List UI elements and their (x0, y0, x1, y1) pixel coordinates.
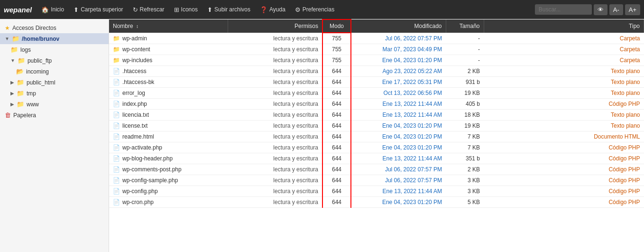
file-size-14: 3 KB (446, 186, 484, 197)
sidebar-item-home-brunov[interactable]: ▼ 📁 /home/brunov (0, 33, 109, 44)
file-date-7: Ene 13, 2022 11:44 AM (351, 110, 446, 121)
table-row[interactable]: 📄 wp-cron.php lectura y escritura 644 En… (109, 197, 644, 208)
table-row[interactable]: 📄 readme.html lectura y escritura 644 En… (109, 131, 644, 142)
sidebar-accesos-label: Accesos Directos (12, 25, 56, 31)
file-date-6: Ene 13, 2022 11:44 AM (351, 99, 446, 110)
file-perms-10: lectura y escritura (228, 142, 322, 153)
table-row[interactable]: 📁 wp-content lectura y escritura 755 Mar… (109, 44, 644, 55)
sidebar-item-tmp[interactable]: ▶ 📁 tmp (0, 88, 109, 99)
sidebar-item-papelera[interactable]: 🗑 Papelera (0, 110, 109, 121)
toolbar-iconos[interactable]: ⊞ Iconos (170, 4, 202, 15)
file-date-1: Mar 07, 2023 04:49 PM (351, 44, 446, 55)
file-size-13: 3 KB (446, 175, 484, 186)
col-header-permisos[interactable]: Permisos (228, 19, 322, 33)
file-perms-13: lectura y escritura (228, 175, 322, 186)
arrow-right-icon-www: ▶ (10, 102, 14, 107)
file-name: wp-includes (122, 57, 152, 64)
sidebar-item-public-html[interactable]: ▶ 📁 public_html (0, 77, 109, 88)
table-row[interactable]: 📄 wp-config.php lectura y escritura 644 … (109, 186, 644, 197)
file-name-cell-14[interactable]: 📄 wp-config.php (109, 186, 228, 197)
home-icon: 🏠 (41, 6, 49, 13)
file-mode-12: 644 (322, 164, 351, 175)
toolbar-ayuda[interactable]: ❓ Ayuda (256, 4, 289, 15)
sidebar-item-incoming[interactable]: 📂 incoming (0, 66, 109, 77)
file-type-8: Texto plano (484, 121, 644, 131)
file-name-cell-4[interactable]: 📄 .htaccess-bk (109, 77, 228, 88)
table-row[interactable]: 📄 wp-config-sample.php lectura y escritu… (109, 175, 644, 186)
file-name: licencia.txt (122, 112, 149, 118)
toolbar-carpeta-superior[interactable]: ⬆ Carpeta superior (70, 4, 127, 15)
col-header-nombre[interactable]: Nombre ↕ (109, 19, 228, 33)
file-name-cell-13[interactable]: 📄 wp-config-sample.php (109, 175, 228, 186)
file-type-3: Texto plano (484, 66, 644, 77)
table-row[interactable]: 📄 wp-comments-post.php lectura y escritu… (109, 164, 644, 175)
file-name-cell-15[interactable]: 📄 wp-cron.php (109, 197, 228, 208)
file-name: wp-activate.php (122, 144, 162, 151)
file-name-cell-6[interactable]: 📄 index.php (109, 99, 228, 110)
toolbar-inicio[interactable]: 🏠 Inicio (37, 4, 68, 15)
file-date-15: Ene 04, 2023 01:20 PM (351, 197, 446, 208)
file-name-cell-11[interactable]: 📄 wp-blog-header.php (109, 153, 228, 164)
sidebar-item-www[interactable]: ▶ 📁 www (0, 99, 109, 110)
file-name-cell-3[interactable]: 📄 .htaccess (109, 66, 228, 77)
file-name-cell-12[interactable]: 📄 wp-comments-post.php (109, 164, 228, 175)
search-input[interactable] (535, 4, 592, 15)
font-decrease-button[interactable]: A- (609, 4, 623, 15)
file-mode-3: 644 (322, 66, 351, 77)
table-row[interactable]: 📄 .htaccess-bk lectura y escritura 644 E… (109, 77, 644, 88)
table-row[interactable]: 📁 wp-includes lectura y escritura 755 En… (109, 55, 644, 66)
table-row[interactable]: 📁 wp-admin lectura y escritura 755 Jul 0… (109, 33, 644, 44)
file-size-8: 19 KB (446, 121, 484, 131)
file-name: license.txt (122, 122, 147, 129)
toolbar: wepanel 🏠 Inicio ⬆ Carpeta superior ↻ Re… (0, 0, 644, 19)
folder-icon-ftp: 📁 (18, 57, 25, 64)
file-name-cell-2[interactable]: 📁 wp-includes (109, 55, 228, 66)
sidebar-item-public-ftp[interactable]: ▼ 📁 public_ftp (0, 55, 109, 66)
table-row[interactable]: 📄 license.txt lectura y escritura 644 En… (109, 121, 644, 131)
file-perms-11: lectura y escritura (228, 153, 322, 164)
file-name-cell-5[interactable]: 📄 error_log (109, 88, 228, 99)
toolbar-refrescar[interactable]: ↻ Refrescar (129, 4, 168, 15)
file-size-12: 2 KB (446, 164, 484, 175)
table-row[interactable]: 📄 licencia.txt lectura y escritura 644 E… (109, 110, 644, 121)
font-increase-button[interactable]: A+ (625, 4, 640, 15)
toolbar-inicio-label: Inicio (51, 6, 64, 13)
file-mode-5: 644 (322, 88, 351, 99)
file-name-cell-7[interactable]: 📄 licencia.txt (109, 110, 228, 121)
file-name: wp-comments-post.php (122, 166, 182, 173)
php-file-icon: 📄 (113, 188, 120, 195)
file-name-cell-8[interactable]: 📄 license.txt (109, 121, 228, 131)
col-header-tamano[interactable]: Tamaño (446, 19, 484, 33)
toolbar-iconos-label: Iconos (181, 6, 198, 13)
file-name: readme.html (122, 133, 154, 140)
col-header-modificado[interactable]: Modificado (351, 19, 446, 33)
file-mode-0: 755 (322, 33, 351, 44)
php-file-icon: 📄 (113, 177, 120, 184)
arrow-right-icon-html: ▶ (10, 80, 14, 85)
col-header-modo[interactable]: Modo (322, 19, 351, 33)
php-file-icon: 📄 (113, 155, 120, 162)
file-table: Nombre ↕ Permisos Modo Modificado Tamaño (109, 19, 644, 208)
col-header-tipo[interactable]: Tipo (484, 19, 644, 33)
file-name-cell-10[interactable]: 📄 wp-activate.php (109, 142, 228, 153)
file-date-11: Ene 13, 2022 11:44 AM (351, 153, 446, 164)
file-mode-10: 644 (322, 142, 351, 153)
file-type-15: Código PHP (484, 197, 644, 208)
file-mode-6: 644 (322, 99, 351, 110)
php-file-icon: 📄 (113, 166, 120, 173)
grid-icon: ⊞ (174, 6, 179, 13)
file-mode-2: 755 (322, 55, 351, 66)
toolbar-subir[interactable]: ⬆ Subir archivos (203, 4, 254, 15)
toolbar-preferencias[interactable]: ⚙ Preferencias (291, 4, 338, 15)
table-row[interactable]: 📄 error_log lectura y escritura 644 Oct … (109, 88, 644, 99)
table-row[interactable]: 📄 index.php lectura y escritura 644 Ene … (109, 99, 644, 110)
eye-button[interactable]: 👁 (594, 4, 607, 15)
file-name-cell-9[interactable]: 📄 readme.html (109, 131, 228, 142)
file-name-cell-1[interactable]: 📁 wp-content (109, 44, 228, 55)
table-row[interactable]: 📄 wp-blog-header.php lectura y escritura… (109, 153, 644, 164)
table-row[interactable]: 📄 wp-activate.php lectura y escritura 64… (109, 142, 644, 153)
file-name-cell-0[interactable]: 📁 wp-admin (109, 33, 228, 44)
table-row[interactable]: 📄 .htaccess lectura y escritura 644 Ago … (109, 66, 644, 77)
sidebar-item-logs[interactable]: 📁 logs (0, 44, 109, 55)
file-size-10: 7 KB (446, 142, 484, 153)
